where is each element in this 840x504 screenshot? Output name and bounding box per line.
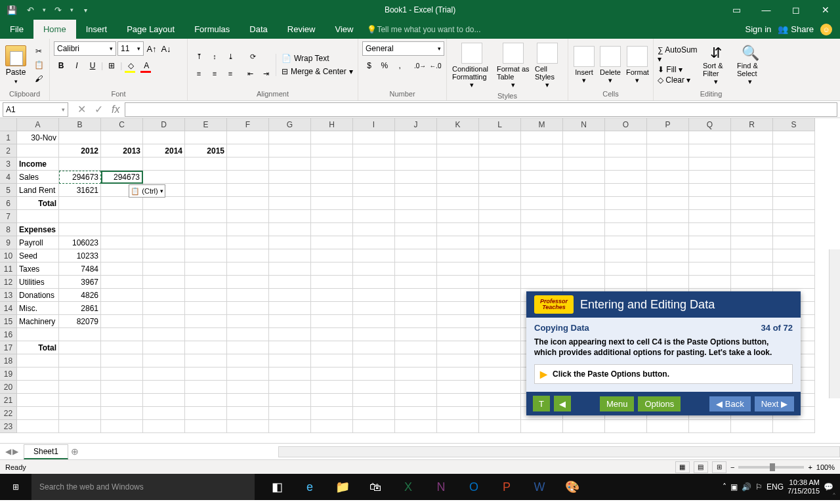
cell-P3[interactable] [647,158,689,171]
ribbon-display-icon[interactable]: ▭ [722,0,751,20]
cell-K1[interactable] [437,131,479,144]
cell-C23[interactable] [101,420,143,433]
cell-I11[interactable] [353,262,395,276]
cell-K10[interactable] [437,249,479,262]
cell-A17[interactable]: Total [17,341,59,354]
row-header[interactable]: 9 [0,236,17,249]
powerpoint-icon[interactable]: P [491,474,522,500]
cell-G10[interactable] [269,249,311,262]
cell-D7[interactable] [143,210,185,223]
cell-L20[interactable] [479,381,521,394]
undo-icon[interactable]: ↶ [22,2,38,18]
taskbar-clock[interactable]: 10:38 AM 7/15/2015 [788,478,820,495]
cell-K7[interactable] [437,210,479,223]
cell-G4[interactable] [269,171,311,184]
cell-M10[interactable] [521,249,563,262]
cell-H13[interactable] [311,289,353,302]
cell-F15[interactable] [227,315,269,328]
cell-O6[interactable] [605,197,647,210]
cell-L8[interactable] [479,223,521,236]
cell-E20[interactable] [185,381,227,394]
align-middle-icon[interactable]: ↕ [207,49,222,64]
cell-I13[interactable] [353,289,395,302]
cell-H5[interactable] [311,184,353,197]
cell-A8[interactable]: Expenses [17,223,59,236]
cell-A12[interactable]: Utilities [17,276,59,289]
cell-R2[interactable] [731,144,773,158]
cell-Q11[interactable] [689,262,731,276]
cell-O8[interactable] [605,223,647,236]
edge-icon[interactable]: e [294,474,326,500]
cell-S2[interactable] [773,144,815,158]
cell-M8[interactable] [521,223,563,236]
row-header[interactable]: 21 [0,394,17,407]
cell-N3[interactable] [563,158,605,171]
accounting-format-icon[interactable]: $ [362,58,376,73]
cell-J22[interactable] [395,407,437,420]
cell-I17[interactable] [353,341,395,354]
cell-G18[interactable] [269,354,311,368]
cell-M2[interactable] [521,144,563,158]
decrease-font-icon[interactable]: A↓ [159,41,173,56]
tab-home[interactable]: Home [33,20,76,39]
column-header[interactable]: D [143,118,185,131]
cell-J12[interactable] [395,276,437,289]
cell-B15[interactable]: 82079 [59,315,101,328]
name-box[interactable]: A1▾ [3,102,68,117]
column-header[interactable]: F [227,118,269,131]
cell-E9[interactable] [185,236,227,249]
tell-me-search[interactable]: 💡 Tell me what you want to do... [363,20,480,39]
cell-C19[interactable] [101,368,143,381]
task-view-icon[interactable]: ◧ [261,474,293,500]
cell-N5[interactable] [563,184,605,197]
horizontal-scrollbar[interactable] [278,446,840,457]
cell-J21[interactable] [395,394,437,407]
cell-P9[interactable] [647,236,689,249]
cell-Q12[interactable] [689,276,731,289]
bold-button[interactable]: B [54,58,68,73]
cell-F5[interactable] [227,184,269,197]
cell-D6[interactable] [143,197,185,210]
align-bottom-icon[interactable]: ⤓ [223,49,238,64]
cell-H9[interactable] [311,236,353,249]
cell-L16[interactable] [479,328,521,341]
cell-K17[interactable] [437,341,479,354]
decrease-decimal-icon[interactable]: ←.0 [429,58,442,73]
cell-C21[interactable] [101,394,143,407]
fx-icon[interactable]: fx [112,104,125,116]
cell-K4[interactable] [437,171,479,184]
row-header[interactable]: 12 [0,276,17,289]
cell-B18[interactable] [59,354,101,368]
cell-K19[interactable] [437,368,479,381]
cell-N23[interactable] [563,420,605,433]
conditional-formatting-button[interactable]: Conditional Formatting▾ [451,41,493,91]
find-select-button[interactable]: 🔍Find & Select▾ [736,43,765,87]
tutorial-back-button[interactable]: ◀ Back [709,396,751,411]
cell-S1[interactable] [773,131,815,144]
cell-R23[interactable] [731,420,773,433]
cell-C13[interactable] [101,289,143,302]
select-all-corner[interactable] [0,118,17,131]
store-icon[interactable]: 🛍 [360,474,391,500]
tutorial-t-button[interactable]: T [533,396,550,411]
cell-G6[interactable] [269,197,311,210]
cell-N2[interactable] [563,144,605,158]
wrap-text-button[interactable]: 📄 Wrap Text [282,54,353,63]
cell-L21[interactable] [479,394,521,407]
cell-D1[interactable] [143,131,185,144]
delete-cells-button[interactable]: Delete▾ [598,45,622,86]
cell-E7[interactable] [185,210,227,223]
cell-C14[interactable] [101,302,143,315]
cell-B3[interactable] [59,158,101,171]
align-left-icon[interactable]: ≡ [192,66,206,81]
cell-B8[interactable] [59,223,101,236]
cell-K22[interactable] [437,407,479,420]
cell-G7[interactable] [269,210,311,223]
orientation-icon[interactable]: ⟳ [245,49,260,64]
cell-G21[interactable] [269,394,311,407]
cell-G16[interactable] [269,328,311,341]
cell-K2[interactable] [437,144,479,158]
cell-D21[interactable] [143,394,185,407]
cell-F4[interactable] [227,171,269,184]
cell-F7[interactable] [227,210,269,223]
